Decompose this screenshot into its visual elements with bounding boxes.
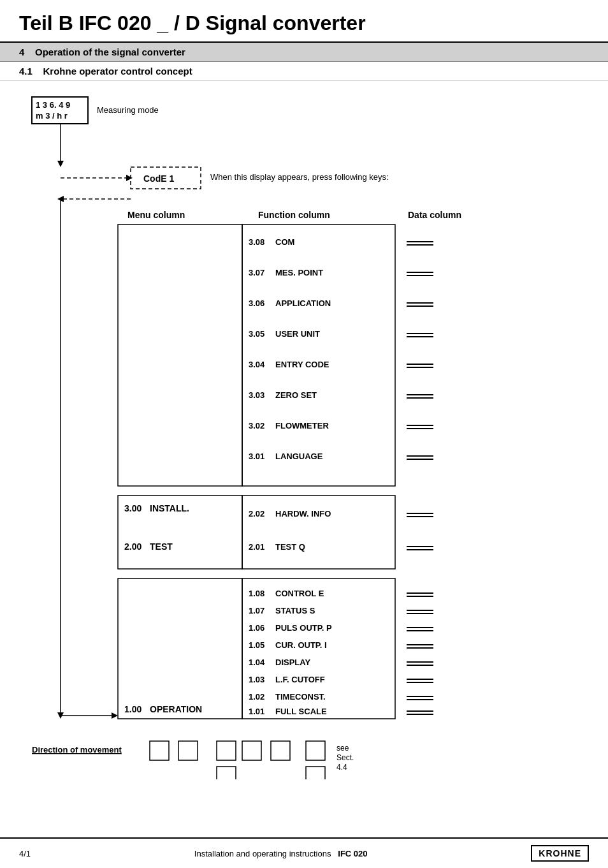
main-diagram: 1 3 6. 4 9 m 3 / h r Measuring mode CodE… xyxy=(13,91,593,779)
footer-description: Installation and operating instructions … xyxy=(194,849,368,858)
nav-box-4 xyxy=(242,741,261,760)
svg-line-6 xyxy=(61,189,130,199)
brand-logo: KROHNE xyxy=(531,845,589,862)
nav-box-2 xyxy=(178,741,198,760)
func-3.06: 3.06 xyxy=(249,298,264,308)
svg-text:INSTALL.: INSTALL. xyxy=(150,503,189,513)
sect-text: Sect. xyxy=(337,753,354,762)
svg-text:FULL SCALE: FULL SCALE xyxy=(275,707,327,716)
svg-marker-12 xyxy=(112,712,118,719)
svg-text:CUR. OUTP. I: CUR. OUTP. I xyxy=(275,640,327,650)
func-1.04: 1.04 xyxy=(249,658,265,667)
see-text: see xyxy=(337,744,349,753)
func-3.04: 3.04 xyxy=(249,360,265,369)
nav-box-7 xyxy=(217,767,236,779)
svg-text:TEST: TEST xyxy=(150,541,173,552)
func-1.08: 1.08 xyxy=(249,589,264,598)
func-1.06: 1.06 xyxy=(249,623,264,633)
main-title: Teil B IFC 020 _ / D Signal converter xyxy=(0,0,608,43)
svg-rect-42 xyxy=(242,496,395,569)
func-1.07: 1.07 xyxy=(249,606,264,615)
measuring-mode-label: Measuring mode xyxy=(97,105,159,115)
subsection-label: Krohne operator control concept xyxy=(43,66,192,77)
svg-rect-15 xyxy=(242,224,395,486)
subsection-number: 4.1 xyxy=(19,66,33,77)
svg-rect-49 xyxy=(118,578,242,719)
measuring-box-line2: m 3 / h r xyxy=(36,111,68,121)
func-1.05: 1.05 xyxy=(249,640,264,650)
section-label: Operation of the signal converter xyxy=(35,47,185,57)
func-1.03: 1.03 xyxy=(249,675,264,684)
svg-text:APPLICATION: APPLICATION xyxy=(275,298,331,308)
svg-text:LANGUAGE: LANGUAGE xyxy=(275,452,323,461)
svg-text:TEST Q: TEST Q xyxy=(275,542,305,552)
func-3.03: 3.03 xyxy=(249,390,264,400)
diagram-container: 1 3 6. 4 9 m 3 / h r Measuring mode CodE… xyxy=(0,81,608,782)
svg-text:PULS OUTP. P: PULS OUTP. P xyxy=(275,623,332,633)
subsection-header: 4.1 Krohne operator control concept xyxy=(0,62,608,81)
nav-box-1 xyxy=(150,741,169,760)
svg-text:ZERO SET: ZERO SET xyxy=(275,390,317,400)
section-header: 4 Operation of the signal converter xyxy=(0,43,608,62)
nav-box-6 xyxy=(306,741,325,760)
func-1.01: 1.01 xyxy=(249,707,264,716)
svg-text:COM: COM xyxy=(275,237,294,247)
col-menu-header: Menu column xyxy=(127,210,185,220)
col-function-header: Function column xyxy=(258,210,330,220)
svg-text:CONTROL E: CONTROL E xyxy=(275,589,324,598)
svg-marker-2 xyxy=(57,161,64,167)
footer: 4/1 Installation and operating instructi… xyxy=(0,837,608,868)
col-data-header: Data column xyxy=(408,210,461,220)
nav-box-8 xyxy=(306,767,325,779)
svg-text:USER UNIT: USER UNIT xyxy=(275,329,320,339)
func-3.01: 3.01 xyxy=(249,452,264,461)
func-2.02: 2.02 xyxy=(249,509,264,519)
page: Teil B IFC 020 _ / D Signal converter 4 … xyxy=(0,0,608,868)
func-1.02: 1.02 xyxy=(249,692,264,702)
svg-text:HARDW. INFO: HARDW. INFO xyxy=(275,509,331,519)
nav-box-3 xyxy=(217,741,236,760)
svg-rect-13 xyxy=(118,224,242,486)
func-3.08: 3.08 xyxy=(249,237,264,247)
section-number: 4 xyxy=(19,47,24,57)
code-display-text: CodE 1 xyxy=(143,173,174,184)
svg-text:TIMECONST.: TIMECONST. xyxy=(275,692,326,702)
func-3.05: 3.05 xyxy=(249,329,264,339)
func-3.02: 3.02 xyxy=(249,421,264,430)
page-number: 4/1 xyxy=(19,849,31,858)
measuring-box-line1: 1 3 6. 4 9 xyxy=(36,100,70,110)
nav-box-5 xyxy=(271,741,290,760)
svg-text:ENTRY CODE: ENTRY CODE xyxy=(275,360,329,369)
menu-3.00: 3.00 xyxy=(124,503,141,513)
svg-text:OPERATION: OPERATION xyxy=(150,704,202,714)
menu-2.00: 2.00 xyxy=(124,541,141,552)
menu-1.00: 1.00 xyxy=(124,704,141,714)
func-2.01: 2.01 xyxy=(249,542,264,552)
func-3.07: 3.07 xyxy=(249,268,264,277)
code-instruction: When this display appears, press followi… xyxy=(210,172,389,182)
svg-text:L.F. CUTOFF: L.F. CUTOFF xyxy=(275,675,325,684)
svg-text:FLOWMETER: FLOWMETER xyxy=(275,421,329,430)
svg-text:STATUS S: STATUS S xyxy=(275,606,315,615)
svg-text:MES. POINT: MES. POINT xyxy=(275,268,323,277)
title-text: Teil B IFC 020 _ / D Signal converter xyxy=(19,11,366,34)
svg-text:DISPLAY: DISPLAY xyxy=(275,658,310,667)
sect-num-text: 4.4 xyxy=(337,763,347,772)
direction-label: Direction of movement xyxy=(32,745,122,754)
svg-marker-5 xyxy=(126,175,133,181)
